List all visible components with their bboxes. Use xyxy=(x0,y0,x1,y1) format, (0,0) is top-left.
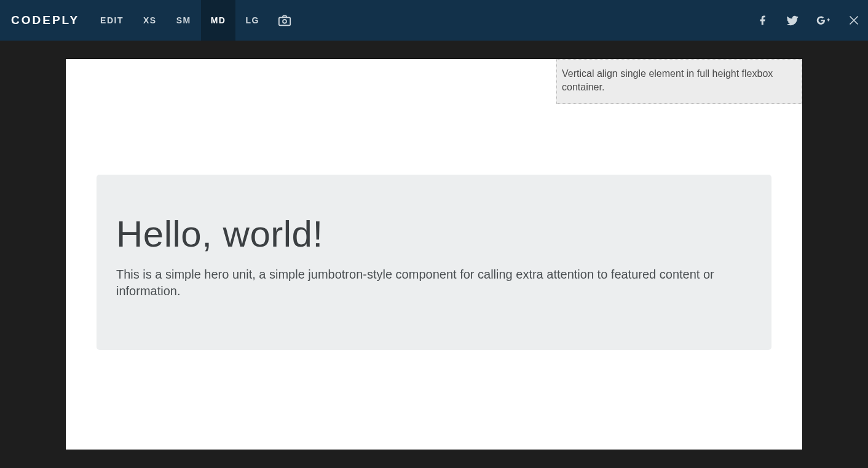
close-button[interactable] xyxy=(840,0,868,41)
close-icon xyxy=(848,15,859,26)
svg-point-1 xyxy=(283,20,286,23)
description-callout: Vertical align single element in full he… xyxy=(556,59,802,104)
navbar-spacer xyxy=(300,0,749,41)
share-facebook[interactable] xyxy=(749,0,777,41)
description-text: Vertical align single element in full he… xyxy=(562,68,773,92)
brand-logo[interactable]: CODEPLY xyxy=(0,0,90,41)
nav-size-xs[interactable]: XS xyxy=(133,0,167,41)
preview-frame: Vertical align single element in full he… xyxy=(66,59,802,450)
nav-size-md[interactable]: MD xyxy=(201,0,236,41)
svg-rect-0 xyxy=(279,17,290,25)
preview-stage: Vertical align single element in full he… xyxy=(0,41,868,468)
nav-size-lg[interactable]: LG xyxy=(235,0,269,41)
share-twitter[interactable] xyxy=(777,0,808,41)
nav-size-sm[interactable]: SM xyxy=(167,0,201,41)
jumbotron: Hello, world! This is a simple hero unit… xyxy=(97,175,771,350)
googleplus-icon xyxy=(816,14,831,27)
nav-edit[interactable]: EDIT xyxy=(90,0,133,41)
camera-icon xyxy=(278,14,291,27)
nav-links: EDIT XS SM MD LG xyxy=(90,0,300,41)
facebook-icon xyxy=(757,14,768,27)
jumbotron-title: Hello, world! xyxy=(116,213,752,255)
share-googleplus[interactable] xyxy=(808,0,840,41)
jumbotron-lead: This is a simple hero unit, a simple jum… xyxy=(116,266,752,299)
twitter-icon xyxy=(786,14,799,27)
navbar: CODEPLY EDIT XS SM MD LG xyxy=(0,0,868,41)
screenshot-button[interactable] xyxy=(269,0,300,41)
social-icons xyxy=(749,0,868,41)
